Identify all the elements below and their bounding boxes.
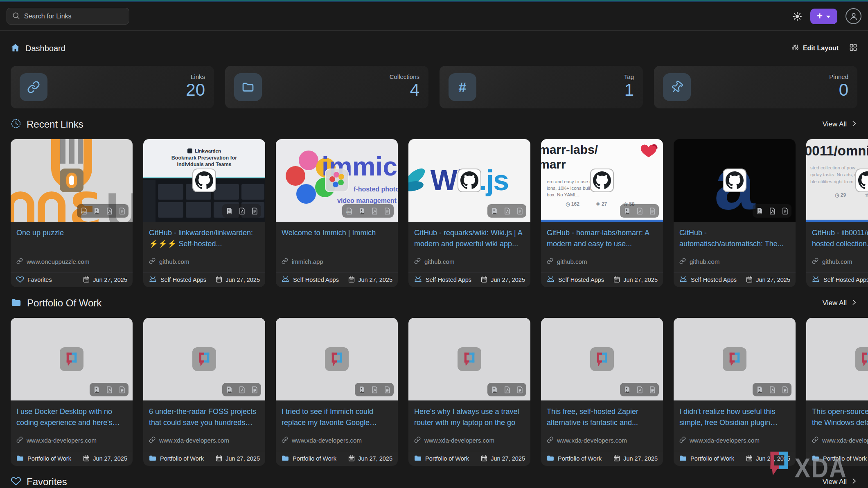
format-badge-doc[interactable] [249,205,260,216]
format-badge-doc[interactable] [779,384,790,395]
format-badge-image[interactable] [489,384,500,395]
format-badge-doc[interactable] [381,205,392,216]
format-badge-html[interactable]: HTML [78,205,89,216]
link-title[interactable]: One up puzzle [11,222,133,250]
xda-favicon [192,347,216,371]
link-card[interactable]: immich f-hosted photo a video management… [276,139,398,287]
section-header-favorites: Favorites View All [11,472,857,488]
collection-badge[interactable]: Self-Hosted Apps [281,276,339,284]
format-badge-pdf[interactable] [369,205,380,216]
card-footer: Portfolio of Work Jun 27, 2025 [143,451,265,466]
format-badge-doc[interactable] [249,384,260,395]
edit-layout-button[interactable]: Edit Layout [791,44,839,53]
folder-outline-icon [234,73,262,101]
format-badge-html[interactable]: HTML [343,205,354,216]
collection-badge[interactable]: Portfolio of Work [414,454,469,463]
format-badge-image[interactable] [489,205,500,216]
format-badge-pdf[interactable] [501,384,512,395]
collection-badge[interactable]: Self-Hosted Apps [679,276,737,284]
link-card[interactable]: marr-labs/marr ern and easy to use daion… [541,139,663,287]
link-card[interactable]: This open-source app replaced the Window… [806,318,868,466]
format-badge-doc[interactable] [514,384,525,395]
format-badge-image[interactable] [621,384,632,395]
link-icon [812,258,818,265]
collection-badge[interactable]: Self-Hosted Apps [149,276,206,284]
format-badge-image[interactable] [91,205,102,216]
link-icon [547,436,553,444]
link-card[interactable]: I didn't realize how useful this simple,… [674,318,796,466]
android-icon [281,276,290,284]
format-badges: HTML [77,204,129,218]
format-badge-image[interactable] [223,205,234,216]
link-title[interactable]: I use Docker Desktop with no coding expe… [11,400,133,429]
collection-badge[interactable]: Portfolio of Work [16,454,71,463]
format-badge-image[interactable] [754,205,765,216]
collection-badge[interactable]: Portfolio of Work [679,454,734,463]
view-all-link[interactable]: View All [823,120,857,129]
format-badges [620,383,659,396]
clock-icon [11,118,21,130]
link-title[interactable]: GitHub - iib0011/omni-tools: Self-hosted… [806,222,868,250]
link-title[interactable]: Here's why I always use a travel router … [408,400,530,429]
profile-avatar-button[interactable] [845,8,861,24]
grid-view-icon[interactable] [849,43,857,53]
format-badge-doc[interactable] [116,384,127,395]
format-badge-pdf[interactable] [767,205,778,216]
folder-icon [414,454,422,463]
collection-badge[interactable]: Self-Hosted Apps [812,276,868,284]
card-footer: Portfolio of Work Jun 27, 2025 [541,451,663,466]
format-badge-pdf[interactable] [634,205,645,216]
calendar-icon [613,276,620,284]
link-card[interactable]: Here's why I always use a travel router … [408,318,530,466]
link-title[interactable]: 6 under-the-radar FOSS projects that cou… [143,400,265,429]
format-badge-image[interactable] [356,205,367,216]
format-badge-doc[interactable] [647,205,658,216]
link-card[interactable]: ƐUP HTML One up puzzle www.oneuppuzzle.c… [11,139,133,287]
collection-badge[interactable]: Self-Hosted Apps [414,276,471,284]
link-card[interactable]: 6 under-the-radar FOSS projects that cou… [143,318,265,466]
format-badge-image[interactable] [754,384,765,395]
link-title[interactable]: GitHub - automatisch/automatisch: The... [674,222,796,250]
link-card[interactable]: I use Docker Desktop with no coding expe… [11,318,133,466]
collection-badge[interactable]: Portfolio of Work [546,454,602,463]
collection-badge[interactable]: Portfolio of Work [149,454,204,463]
link-title[interactable]: I tried to see if Immich could replace m… [276,400,398,429]
link-card[interactable]: 0011/omni sted collection of powryday ta… [806,139,868,287]
collection-badge[interactable]: Portfolio of Work [281,454,336,463]
format-badge-image[interactable] [621,205,632,216]
link-card[interactable]: Wki.js GitHub - requarks/wiki: Wiki.js |… [408,139,530,287]
format-badge-pdf[interactable] [767,384,778,395]
link-card[interactable]: This free, self-hosted Zapier alternativ… [541,318,663,466]
collection-badge[interactable]: Self-Hosted Apps [546,276,604,284]
collection-badge[interactable]: Favorites [16,275,52,285]
link-card[interactable]: LinkwardenBookmark Preservation forIndiv… [143,139,265,287]
format-badge-doc[interactable] [647,384,658,395]
format-badge-doc[interactable] [381,384,392,395]
format-badge-pdf[interactable] [236,205,247,216]
link-title[interactable]: I didn't realize how useful this simple,… [674,400,796,429]
add-new-button[interactable]: + [810,9,837,24]
link-title[interactable]: GitHub - homarr-labs/homarr: A modern an… [541,222,663,250]
link-title[interactable]: This free, self-hosted Zapier alternativ… [541,400,663,429]
format-badge-image[interactable] [356,384,367,395]
format-badge-pdf[interactable] [501,205,512,216]
theme-toggle-sun-icon[interactable] [792,11,802,21]
format-badge-image[interactable] [91,384,102,395]
link-card[interactable]: a GitHub - automatisch/automatisch: The.… [674,139,796,287]
format-badge-pdf[interactable] [634,384,645,395]
link-title[interactable]: GitHub - linkwarden/linkwarden: ⚡⚡⚡ Self… [143,222,265,250]
format-badge-pdf[interactable] [236,384,247,395]
format-badge-doc[interactable] [116,205,127,216]
link-card[interactable]: I tried to see if Immich could replace m… [276,318,398,466]
format-badge-doc[interactable] [779,205,790,216]
format-badge-image[interactable] [223,384,234,395]
format-badge-pdf[interactable] [104,384,115,395]
format-badge-pdf[interactable] [104,205,115,216]
search-input[interactable]: Search for Links [7,8,129,25]
link-title[interactable]: GitHub - requarks/wiki: Wiki.js | A mode… [408,222,530,250]
format-badge-pdf[interactable] [369,384,380,395]
view-all-link[interactable]: View All [823,299,857,308]
format-badge-doc[interactable] [514,205,525,216]
link-title[interactable]: Welcome to Immich | Immich [276,222,398,250]
link-title[interactable]: This open-source app replaced the Window… [806,400,868,429]
